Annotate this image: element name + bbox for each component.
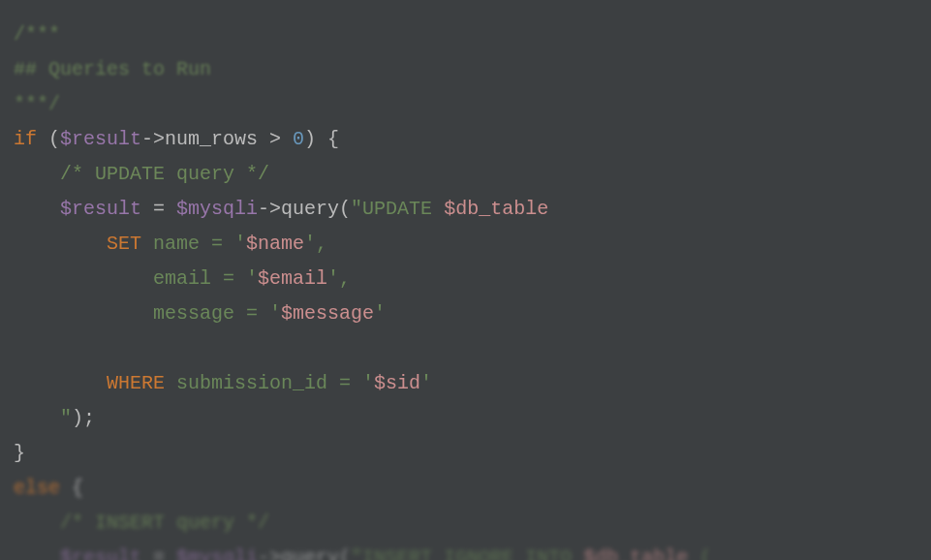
code-line[interactable]: /* INSERT query */ [14, 506, 917, 541]
string-col-name: name = ' [141, 233, 246, 255]
keyword-else: else [14, 477, 60, 499]
method-query: query [281, 198, 339, 220]
paren-open: ( [37, 128, 60, 150]
arrow-operator: -> [141, 128, 165, 150]
code-line[interactable]: message = '$message' [14, 296, 917, 331]
variable-mysqli: $mysqli [176, 198, 258, 220]
gt-operator: > [258, 128, 293, 150]
string-var-dbtable: $db_table [583, 546, 688, 560]
string-end: ' [420, 372, 432, 394]
comment-text: ## Queries to Run [14, 58, 211, 80]
paren-close-semi: ); [72, 407, 95, 429]
variable-mysqli: $mysqli [176, 546, 258, 560]
code-line[interactable]: SET name = '$name', [14, 227, 917, 262]
assign-operator: = [141, 198, 176, 220]
comment-text: ***/ [14, 93, 60, 115]
arrow-operator: -> [258, 546, 281, 560]
code-line[interactable]: else { [14, 471, 917, 506]
string-var-sid: $sid [374, 372, 420, 394]
code-line[interactable]: ## Queries to Run [14, 52, 917, 87]
keyword-if: if [14, 128, 37, 150]
paren-open: ( [339, 198, 351, 220]
comment-text: /*** [14, 23, 60, 46]
code-line-empty[interactable] [14, 331, 917, 366]
method-query: query [281, 546, 339, 560]
indent [14, 546, 60, 560]
string-end: ', [327, 267, 351, 290]
string-var-dbtable: $db_table [444, 198, 548, 220]
variable-result: $result [60, 546, 141, 560]
variable-result: $result [60, 128, 141, 150]
string-close: " [14, 407, 72, 429]
keyword-where: WHERE [107, 372, 165, 394]
indent [14, 233, 107, 255]
code-line[interactable]: WHERE submission_id = '$sid' [14, 366, 917, 401]
string-col-email: email = ' [14, 267, 258, 290]
code-line[interactable]: } [14, 436, 917, 471]
code-line[interactable]: "); [14, 401, 917, 436]
string-var-name: $name [246, 233, 304, 255]
string-insert: "INSERT IGNORE INTO [351, 546, 583, 560]
code-line[interactable]: if ($result->num_rows > 0) { [14, 122, 917, 157]
paren-close-brace: ) { [304, 128, 339, 150]
string-col-message: message = ' [14, 302, 281, 325]
arrow-operator: -> [258, 198, 281, 220]
brace-close: } [14, 442, 25, 464]
string-paren: ( [688, 546, 711, 560]
string-var-email: $email [258, 267, 327, 290]
string-col-sid: submission_id = ' [165, 372, 374, 394]
string-var-message: $message [281, 302, 374, 325]
indent [14, 198, 60, 220]
indent [14, 372, 107, 394]
assign-operator: = [141, 546, 176, 560]
keyword-set: SET [107, 233, 141, 255]
code-line[interactable]: ***/ [14, 87, 917, 122]
code-line[interactable]: email = '$email', [14, 262, 917, 296]
paren-open: ( [339, 546, 351, 560]
comment-update: /* UPDATE query */ [14, 163, 269, 185]
comment-insert: /* INSERT query */ [14, 512, 269, 534]
string-end: ' [374, 302, 386, 325]
number-zero: 0 [293, 128, 304, 150]
code-line[interactable]: $result = $mysqli->query("UPDATE $db_tab… [14, 192, 917, 227]
code-line[interactable]: /*** [14, 17, 917, 52]
code-line[interactable]: /* UPDATE query */ [14, 157, 917, 192]
string-update: "UPDATE [351, 198, 444, 220]
string-end: ', [304, 233, 327, 255]
variable-result: $result [60, 198, 141, 220]
property-numrows: num_rows [165, 128, 258, 150]
brace-open: { [60, 477, 83, 499]
code-line[interactable]: $result = $mysqli->query("INSERT IGNORE … [14, 541, 917, 560]
